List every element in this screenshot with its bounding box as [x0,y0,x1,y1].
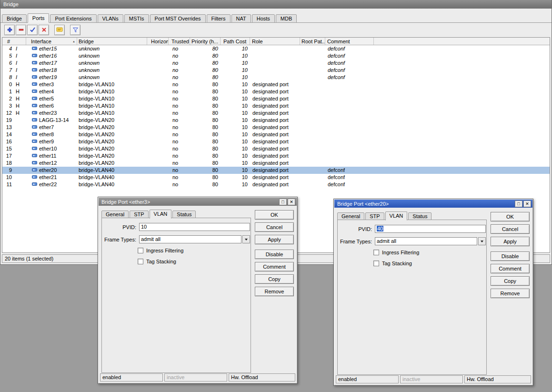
tab-mstis[interactable]: MSTIs [124,14,149,23]
remove-button[interactable]: Remove [491,289,530,298]
tab-status[interactable]: Status [408,212,432,220]
column-header-comment[interactable]: Comment [325,38,374,45]
cell-comment [325,131,374,138]
table-row-ether5[interactable]: 2Hether5bridge-VLAN10no8010designated po… [2,95,550,102]
column-header-num[interactable]: # [2,38,26,45]
dropdown-arrow-icon[interactable] [478,237,486,245]
ingress-filtering-checkbox[interactable]: Ingress Filtering [138,248,251,253]
disable-button[interactable] [39,25,49,35]
tab-stp[interactable]: STP [365,212,384,220]
tab-vlan[interactable]: VLAN [150,210,172,219]
comment-button[interactable]: Comment [255,262,294,271]
dialog-titlebar[interactable]: Bridge Port <ether20> □ ✕ [334,200,532,208]
table-row-ether23[interactable]: 12Hether23bridge-VLAN10no8010designated … [2,110,550,117]
column-header-priority-h[interactable]: Priority (h... [190,38,221,45]
table-row-ether17[interactable]: 6Iether17unknownno8010defconf [2,60,550,67]
table-row-ether16[interactable]: 5Iether16unknownno8010defconf [2,52,550,60]
column-header-interface[interactable]: Interface▲ [26,38,77,45]
tab-port-extensions[interactable]: Port Extensions [50,14,96,23]
maximize-icon[interactable]: □ [515,201,522,207]
pvid-input[interactable]: 10 [139,223,250,231]
table-row-ether22[interactable]: 11ether22bridge-VLAN40no8010designated p… [2,181,550,188]
table-row-ether12[interactable]: 18ether12bridge-VLAN20no8010designated p… [2,160,550,167]
frame-types-select[interactable]: admit all [375,237,486,245]
tab-vlan[interactable]: VLAN [385,211,408,221]
cell-priority: 80 [190,131,221,138]
add-button[interactable] [4,25,15,35]
pvid-input[interactable]: 40 [375,225,486,233]
cancel-button[interactable]: Cancel [491,224,530,234]
tab-bridge[interactable]: Bridge [2,14,27,23]
table-row-ether19[interactable]: 8Iether19unknownno8010defconf [2,74,550,81]
tab-hosts[interactable]: Hosts [252,14,275,23]
tab-port-mst-overrides[interactable]: Port MST Overrides [150,14,206,23]
cell-trusted: no [169,145,190,152]
ok-button[interactable]: OK [255,210,294,220]
vlan-tab-panel: PVID: 40 Frame Types: admit all Ingress … [337,220,487,375]
filter-button[interactable] [70,25,80,35]
cell-interface: ether3 [26,81,77,88]
dropdown-arrow-icon[interactable] [242,235,250,243]
enable-button[interactable] [27,25,38,35]
column-header-path-cost[interactable]: Path Cost [221,38,250,45]
copy-button[interactable]: Copy [491,276,530,286]
tab-mdb[interactable]: MDB [276,14,297,23]
ingress-filtering-checkbox[interactable]: Ingress Filtering [373,250,486,255]
tab-ports[interactable]: Ports [28,13,50,23]
table-row-ether15[interactable]: 4Iether15unknownno8010defconf [2,45,550,52]
tab-status[interactable]: Status [172,211,196,218]
table-row-ether7[interactable]: 13ether7bridge-VLAN20no8010designated po… [2,124,550,131]
table-row-lagg-13-14[interactable]: 19LAGG-13-14bridge-VLAN20no8010designate… [2,117,550,124]
bridge-window-titlebar[interactable]: Bridge [0,0,552,9]
table-row-ether20[interactable]: 9ether20bridge-VLAN40no8010designated po… [2,167,550,174]
disable-button[interactable]: Disable [491,251,530,261]
checkbox-label: Tag Stacking [382,261,412,266]
table-row-ether6[interactable]: 3Hether6bridge-VLAN10no8010designated po… [2,102,550,110]
table-row-ether4[interactable]: 1Hether4bridge-VLAN10no8010designated po… [2,88,550,95]
cell-interface: ether17 [26,60,77,67]
dialog-titlebar[interactable]: Bridge Port <ether3> □ ✕ [99,198,297,206]
tab-vlans[interactable]: VLANs [98,14,123,23]
comment-button[interactable]: Comment [491,264,530,273]
close-icon[interactable]: ✕ [288,199,295,205]
tab-general[interactable]: General [337,212,364,220]
column-header-bridge[interactable]: Bridge [77,38,147,45]
tag-stacking-checkbox[interactable]: Tag Stacking [138,259,251,264]
close-icon[interactable]: ✕ [523,201,531,207]
column-header-trusted[interactable]: Trusted [169,38,190,45]
interface-icon [32,67,37,74]
disable-button[interactable]: Disable [255,250,294,259]
remove-button[interactable]: Remove [255,287,294,296]
table-row-ether11[interactable]: 17ether11bridge-VLAN20no8010designated p… [2,152,550,160]
ok-button[interactable]: OK [491,212,530,221]
cell-horizon [147,117,169,124]
table-row-ether10[interactable]: 15ether10bridge-VLAN20no8010designated p… [2,145,550,152]
interface-icon [32,181,37,188]
cell-role: designated port [250,131,300,138]
cell-number: 13 [2,124,13,131]
cell-root-path [300,152,325,160]
tab-nat[interactable]: NAT [231,14,251,23]
apply-button[interactable]: Apply [255,235,294,244]
cell-comment [325,138,374,145]
column-header-role[interactable]: Role [250,38,300,45]
tab-filters[interactable]: Filters [207,14,231,23]
table-row-ether8[interactable]: 14ether8bridge-VLAN20no8010designated po… [2,131,550,138]
tag-stacking-checkbox[interactable]: Tag Stacking [373,261,486,266]
table-row-ether9[interactable]: 16ether9bridge-VLAN20no8010designated po… [2,138,550,145]
comment-button[interactable] [54,25,65,35]
cancel-button[interactable]: Cancel [255,222,294,232]
cell-interface: ether15 [26,45,77,52]
tab-general[interactable]: General [101,211,129,218]
table-row-ether18[interactable]: 7Iether18unknownno8010defconf [2,67,550,74]
table-row-ether3[interactable]: 0Hether3bridge-VLAN10no8010designated po… [2,81,550,88]
column-header-horizon[interactable]: Horizon [147,38,169,45]
column-header-root-pat[interactable]: Root Pat... [300,38,325,45]
copy-button[interactable]: Copy [255,274,294,284]
remove-button[interactable] [16,25,26,35]
tab-stp[interactable]: STP [130,211,148,218]
frame-types-select[interactable]: admit all [139,235,250,243]
table-row-ether21[interactable]: 10ether21bridge-VLAN40no8010designated p… [2,174,550,181]
maximize-icon[interactable]: □ [279,199,287,205]
apply-button[interactable]: Apply [491,237,530,246]
